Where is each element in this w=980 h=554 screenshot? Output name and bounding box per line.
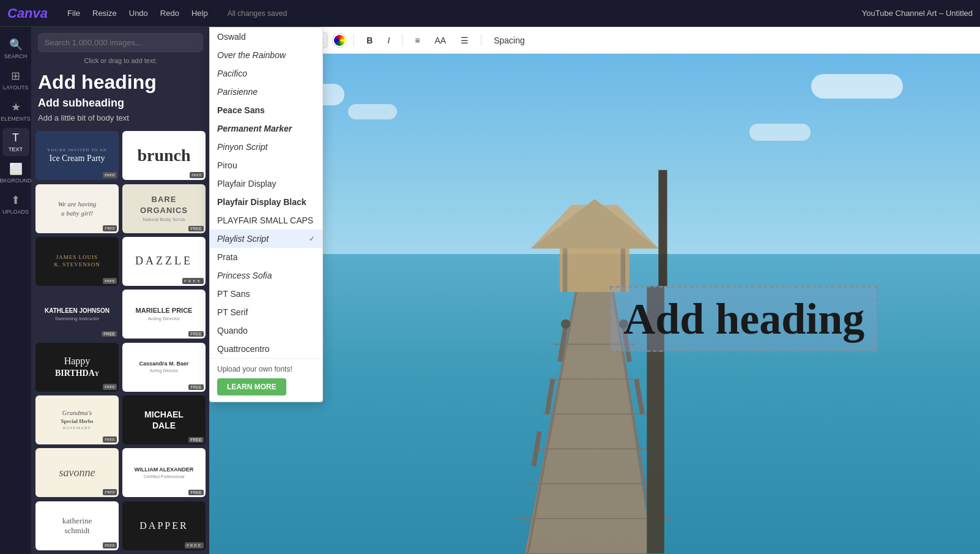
font-item-princess-sofia[interactable]: Princess Sofia [210,266,322,285]
canvas-background: Add heading [209,54,980,554]
template-michael[interactable]: MICHAEL DALE FREE [122,395,206,444]
font-name: PT Sans [217,289,250,299]
text-icon: T [12,132,19,144]
add-body-template[interactable]: Add a little bit of body text [38,113,203,122]
sidebar-label-text: TEXT [9,146,23,152]
free-badge: FREE [188,437,204,443]
template-bare-organics[interactable]: BARE ORGANICS Natural Body Scrub FREE [122,184,206,233]
main-area: 🔍 SEARCH ⊞ LAYOUTS ★ ELEMENTS T TEXT ⬜ B… [0,27,980,554]
font-item-playfair-small-caps[interactable]: PLAYFAIR SMALL CAPS [210,211,322,230]
font-name: Playlist Script [217,234,269,244]
font-item-prata[interactable]: Prata [210,248,322,266]
template-ice-cream[interactable]: YOU'RE INVITED TO AN Ice Cream Party FRE… [35,131,119,180]
font-item-peace-sans[interactable]: Peace Sans [210,101,322,119]
sidebar-item-layouts[interactable]: ⊞ LAYOUTS [2,66,29,94]
font-item-pt-serif[interactable]: PT Serif [210,303,322,321]
color-picker[interactable] [333,34,346,47]
search-input[interactable] [38,33,203,52]
font-item-quando[interactable]: Quando [210,321,322,340]
font-item-parisienne[interactable]: Parisienne [210,83,322,101]
free-badge: FREE [188,384,204,390]
free-badge: FREE [190,172,204,178]
template-james[interactable]: JAMES LOUIS K. STEVENSON FREE [35,237,119,286]
sidebar-label-uploads: UPLOADS [2,209,29,215]
spacing-button[interactable]: Spacing [489,33,530,48]
menu-undo[interactable]: Undo [124,6,153,20]
font-upload-text: Upload your own fonts! [217,365,315,373]
canva-logo: Canva [7,6,48,21]
search-icon: 🔍 [9,38,23,51]
sidebar-item-search[interactable]: 🔍 SEARCH [2,34,29,63]
menu-file[interactable]: File [62,6,85,20]
learn-more-button[interactable]: LEARN MORE [217,378,286,395]
svg-marker-18 [531,199,659,249]
topbar: Canva File Resize Undo Redo Help All cha… [0,0,980,27]
free-badge: FREE [188,226,204,231]
font-item-permanent-marker[interactable]: Permanent Marker [210,119,322,138]
font-item-pt-sans[interactable]: PT Sans [210,285,322,303]
font-item-oswald[interactable]: Oswald [210,28,322,46]
align-button[interactable]: ≡ [410,33,425,48]
font-item-playlist-script[interactable]: Playlist Script✓ [210,230,322,248]
template-grandma[interactable]: Grandma's Special Herbs ROSEMARY FREE [35,395,119,444]
svg-line-12 [533,432,539,466]
sidebar-item-background[interactable]: ⬜ BKGROUND [2,159,29,187]
toolbar: Playlist Script ▾ ▲ 42 ▼ B I ≡ AA ☰ Spac… [209,27,980,54]
add-heading-template[interactable]: Add heading [38,72,203,93]
template-kathleen[interactable]: KATHLEEN JOHNSON Swimming Instructor FRE… [35,290,119,339]
italic-button[interactable]: I [382,33,395,48]
sidebar-item-uploads[interactable]: ⬆ UPLOADS [2,190,29,219]
font-item-pirou[interactable]: Pirou [210,156,322,174]
elements-icon: ★ [11,100,21,114]
font-name: Playfair Display Black [217,197,306,207]
uploads-icon: ⬆ [11,193,20,207]
case-button[interactable]: AA [430,33,451,48]
template-savonne[interactable]: savonne FREE [35,448,119,497]
font-list: OswaldOver the RainbowPacificoParisienne… [210,28,322,358]
free-badge: FREE [103,278,117,284]
font-name: Pinyon Script [217,142,267,152]
icon-sidebar: 🔍 SEARCH ⊞ LAYOUTS ★ ELEMENTS T TEXT ⬜ B… [0,27,32,554]
topbar-menu: File Resize Undo Redo Help [62,6,213,20]
sidebar-item-elements[interactable]: ★ ELEMENTS [2,97,29,125]
bold-button[interactable]: B [362,33,377,48]
template-birthday[interactable]: Happy BIRTHDAY FREE [35,343,119,392]
template-dazzle[interactable]: DAZZLE FREE [122,237,206,286]
template-dapper[interactable]: DAPPER FREE [122,501,206,550]
free-badge: FREE [102,331,117,337]
font-item-over-the-rainbow[interactable]: Over the Rainbow [210,46,322,64]
font-name: PLAYFAIR SMALL CAPS [217,215,313,225]
font-name: Peace Sans [217,105,265,115]
page-title: YouTube Channel Art – Untitled [862,9,973,18]
font-upload-section: Upload your own fonts! LEARN MORE [210,358,322,402]
template-katherine[interactable]: katherineschmidt FREE [35,501,119,550]
toolbar-divider-3 [481,34,481,47]
canvas-heading-text[interactable]: Add heading [610,286,878,352]
free-badge: FREE [188,331,204,337]
template-william[interactable]: WILLIAM ALEXANDER Certified Professional… [122,448,206,497]
font-name: Permanent Marker [217,124,292,133]
font-item-playfair-display[interactable]: Playfair Display [210,174,322,193]
font-name: Pirou [217,160,237,170]
font-name: Pacifico [217,69,247,78]
font-name: Playfair Display [217,179,276,189]
template-marielle[interactable]: MARIELLE PRICE Acting Director FREE [122,290,206,339]
font-name: Princess Sofia [217,271,272,280]
menu-resize[interactable]: Resize [87,6,122,20]
svg-line-14 [636,379,642,414]
menu-redo[interactable]: Redo [155,6,184,20]
layouts-icon: ⊞ [11,69,20,83]
font-item-quattrocentro[interactable]: Quattrocentro [210,340,322,358]
font-item-pinyon-script[interactable]: Pinyon Script [210,138,322,156]
sidebar-item-text[interactable]: T TEXT [2,128,29,156]
font-item-pacifico[interactable]: Pacifico [210,64,322,83]
font-selected-checkmark: ✓ [309,234,315,243]
free-badge: FREE [188,490,204,495]
template-baby[interactable]: We are havinga baby girl! FREE [35,184,119,233]
add-subheading-template[interactable]: Add subheading [38,97,203,110]
template-cassandra[interactable]: Cassandra M. Baer Acting Director FREE [122,343,206,392]
font-item-playfair-display-black[interactable]: Playfair Display Black [210,193,322,211]
menu-help[interactable]: Help [187,6,213,20]
list-button[interactable]: ☰ [456,33,473,48]
template-brunch[interactable]: brunch FREE [122,131,206,180]
